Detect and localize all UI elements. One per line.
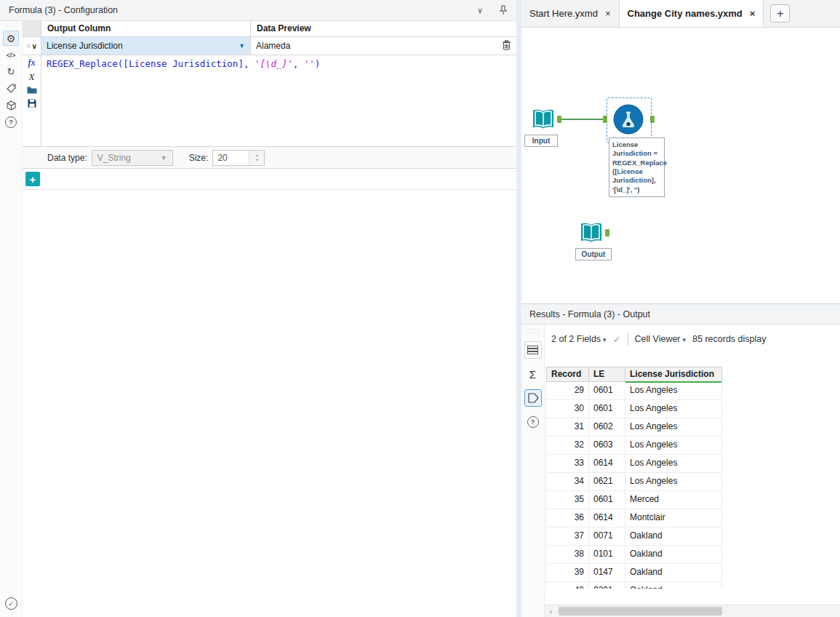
table-row[interactable]: 350601Merced [546, 491, 722, 509]
formula-token: REGEX_Replace([License Jurisdiction], [47, 58, 255, 69]
table-row[interactable]: 320603Los Angeles [546, 437, 722, 455]
table-cell: 0614 [589, 509, 625, 527]
fields-dropdown[interactable]: 2 of 2 Fields▾ [551, 334, 607, 344]
refresh-icon[interactable]: ↻ [3, 64, 19, 79]
functions-icon[interactable]: fx [28, 57, 36, 68]
table-row[interactable]: 330614Los Angeles [546, 455, 722, 473]
stepper-arrows-icon[interactable]: ▲▼ [249, 151, 264, 165]
collapse-chevron-icon[interactable]: ∨ [477, 6, 483, 15]
formula-configuration: Output Column Data Preview ≡ ∨ License J… [22, 21, 516, 617]
apply-check-icon[interactable]: ✓ [613, 334, 621, 345]
formula-token: '' [304, 58, 315, 69]
right-region: Start Here.yxmd × Change City names.yxmd… [521, 0, 840, 617]
formula-editor-area: fx X REGEX_Replace([License Jurisdiction… [23, 55, 516, 147]
data-preview-header: Data Preview [251, 21, 516, 36]
package-icon[interactable] [3, 97, 19, 113]
close-tab-icon[interactable]: × [750, 8, 756, 19]
table-cell: Oakland [625, 582, 721, 589]
caret-down-icon: ▾ [603, 336, 607, 343]
help-icon[interactable]: ? [3, 114, 19, 130]
table-cell: 0071 [589, 528, 625, 545]
cell-viewer-dropdown[interactable]: Cell Viewer▾ [635, 334, 687, 344]
tab-label: Change City names.yxmd [628, 8, 743, 19]
table-cell: 39 [547, 564, 589, 581]
formula-input-anchor[interactable] [603, 116, 607, 123]
cell-viewer-label: Cell Viewer [635, 334, 681, 344]
scrollbar-thumb[interactable] [559, 607, 722, 616]
tag-icon[interactable] [3, 81, 19, 96]
workflow-valid-check-icon: ✓ [3, 596, 19, 611]
strip-grip-icon: ··· [7, 23, 16, 29]
data-preview-cell: Alameda [251, 37, 516, 55]
add-expression-button[interactable]: + [25, 172, 40, 186]
scroll-left-icon[interactable]: ‹ [545, 607, 557, 616]
config-body: ··· ⚙ </> ↻ ? ✓ Output Column Data Previ… [0, 21, 516, 617]
size-stepper[interactable]: 20 ▲▼ [212, 150, 265, 166]
table-row[interactable]: 380101Oakland [546, 546, 722, 564]
table-cell: 0602 [589, 418, 625, 436]
constants-folder-icon[interactable] [27, 86, 37, 96]
results-help-icon[interactable]: ? [524, 413, 542, 431]
expression-row-gutter[interactable]: ≡ ∨ [23, 37, 41, 55]
delete-expression-icon[interactable] [502, 40, 511, 52]
table-cell: 29 [547, 382, 589, 399]
pin-icon[interactable] [499, 5, 508, 15]
connection-line[interactable] [561, 119, 607, 120]
sigma-icon[interactable]: Σ [524, 365, 542, 383]
config-panel-title: Formula (3) - Configuration [9, 5, 461, 15]
caret-down-icon: ▾ [683, 336, 687, 343]
table-row[interactable]: 400201Oakland [546, 582, 722, 589]
data-type-select[interactable]: V_String ▼ [92, 150, 173, 166]
row-drag-handle-icon[interactable]: ≡ [26, 42, 30, 49]
output-data-tool[interactable] [578, 220, 604, 246]
panel-splitter[interactable] [516, 0, 521, 617]
data-type-label: Data type: [47, 153, 87, 163]
fields-dropdown-label: 2 of 2 Fields [551, 334, 601, 344]
table-row[interactable]: 360614Montclair [546, 509, 722, 528]
close-tab-icon[interactable]: × [605, 8, 611, 19]
data-view-icon[interactable] [524, 389, 542, 407]
save-expression-icon[interactable] [28, 99, 36, 110]
table-cell: Oakland [625, 528, 721, 545]
table-row[interactable]: 310602Los Angeles [546, 418, 722, 437]
column-header-le[interactable]: LE [589, 367, 625, 381]
tab-start-here[interactable]: Start Here.yxmd × [521, 0, 619, 27]
table-cell: Los Angeles [625, 418, 721, 436]
table-cell: 0603 [589, 437, 625, 454]
table-row[interactable]: 290601Los Angeles [546, 382, 722, 400]
output-anchor[interactable] [605, 229, 609, 236]
output-column-dropdown[interactable]: License Jurisdiction ▼ [41, 37, 251, 55]
table-row[interactable]: 390147Oakland [546, 564, 722, 582]
table-row[interactable]: 340621Los Angeles [546, 473, 722, 491]
input-data-tool[interactable] [530, 106, 556, 132]
formula-expression[interactable]: REGEX_Replace([License Jurisdiction], '[… [41, 55, 516, 146]
formula-tool[interactable] [613, 104, 644, 135]
table-row[interactable]: 370071Oakland [546, 528, 722, 546]
new-tab-button[interactable]: + [770, 4, 790, 23]
formula-output-anchor[interactable] [650, 116, 655, 123]
column-header-record[interactable]: Record [547, 367, 589, 381]
table-cell: 32 [547, 437, 589, 454]
tab-label: Start Here.yxmd [529, 8, 598, 19]
tab-change-city-names[interactable]: Change City names.yxmd × [619, 0, 764, 27]
row-collapse-chevron-icon[interactable]: ∨ [31, 42, 36, 50]
horizontal-scrollbar[interactable]: ‹ [545, 605, 840, 617]
results-tool-strip: ····· ····· Σ ? [521, 325, 545, 617]
table-cell: 0601 [589, 491, 625, 509]
configuration-gear-icon[interactable]: ⚙ [3, 31, 19, 46]
column-header-license-jurisdiction[interactable]: License Jurisdiction [625, 367, 721, 381]
table-row[interactable]: 300601Los Angeles [546, 400, 722, 418]
dropdown-arrow-icon: ▼ [239, 42, 245, 49]
variables-icon[interactable]: X [29, 71, 35, 83]
table-cell: 34 [547, 473, 589, 490]
flask-icon [613, 104, 644, 135]
code-icon[interactable]: </> [3, 47, 19, 63]
results-table-body: 290601Los Angeles300601Los Angeles310602… [546, 382, 722, 589]
formula-annotation[interactable]: License Jurisdiction = REGEX_Replace ([L… [609, 138, 665, 197]
book-icon [530, 106, 556, 132]
output-tool-label[interactable]: Output [575, 248, 612, 260]
results-panel-header: Results - Formula (3) - Output [521, 304, 840, 325]
table-options-icon[interactable] [524, 341, 542, 359]
input-tool-label[interactable]: Input [524, 135, 558, 147]
workflow-canvas[interactable]: Input License Jurisdiction = REGEX_Repla… [521, 28, 840, 303]
